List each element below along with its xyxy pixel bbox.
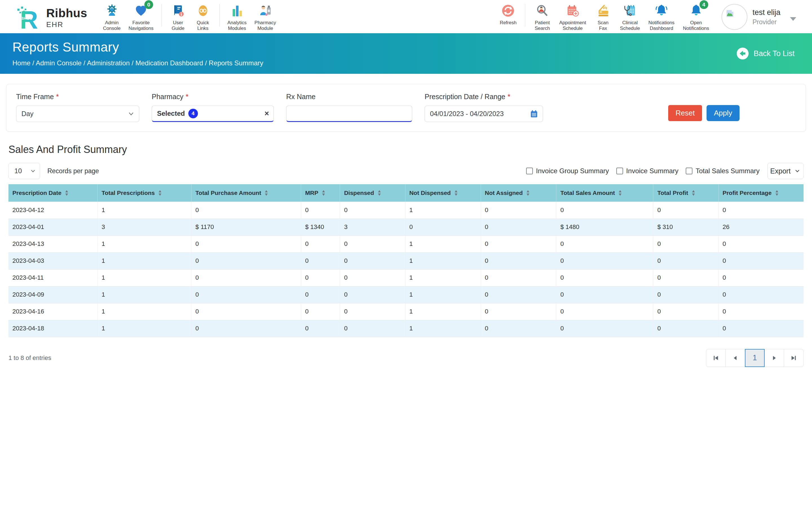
user-menu[interactable]: test elija Provider — [721, 4, 796, 30]
clinical-schedule-icon — [622, 3, 637, 18]
table-cell: 0 — [718, 320, 804, 337]
table-cell: 0 — [556, 320, 653, 337]
column-header-total-purchase-amount[interactable]: Total Purchase Amount — [192, 184, 301, 202]
table-cell: 0 — [481, 202, 556, 219]
nav-appointment-schedule[interactable]: Appointment Schedule — [559, 3, 586, 32]
pharmacy-clear-icon[interactable]: × — [264, 110, 269, 117]
checkbox-total-sales-summary[interactable]: Total Sales Summary — [686, 167, 760, 175]
favorites-count-badge: 0 — [144, 0, 153, 9]
brand-logo[interactable]: R BHUS Ribhus EHR — [16, 4, 87, 32]
nav-quick-links[interactable]: Quick Links — [195, 3, 211, 32]
back-to-list-button[interactable]: Back To List — [736, 47, 795, 60]
time-frame-field: Time Frame* Day — [16, 93, 139, 122]
column-header-dispensed[interactable]: Dispensed — [340, 184, 405, 202]
table-controls: 10 Records per page Invoice Group Summar… — [8, 163, 804, 179]
records-per-page-select[interactable]: 10 — [8, 163, 40, 179]
previous-page-button[interactable] — [725, 349, 745, 367]
chevron-down-icon — [30, 168, 36, 174]
user-menu-caret-icon[interactable] — [790, 17, 796, 21]
sort-icon[interactable] — [775, 190, 779, 196]
top-navigation: R BHUS Ribhus EHR — [0, 0, 812, 33]
nav-open-notifications[interactable]: 4 Open Notifications — [683, 3, 709, 32]
sort-icon[interactable] — [322, 190, 325, 196]
sort-icon[interactable] — [692, 190, 695, 196]
table-cell: 1 — [98, 235, 192, 252]
sort-icon[interactable] — [618, 190, 622, 196]
table-cell: 0 — [301, 303, 340, 320]
table-cell: 0 — [653, 202, 718, 219]
summary-checkboxes: Invoice Group SummaryInvoice SummaryTota… — [526, 167, 760, 175]
table-head: Prescription DateTotal PrescriptionsTota… — [8, 184, 804, 202]
last-page-button[interactable] — [784, 349, 804, 367]
nav-patient-search[interactable]: Patient Search — [534, 3, 551, 32]
time-frame-label: Time Frame* — [16, 93, 139, 101]
sort-icon[interactable] — [377, 190, 381, 196]
table-cell: 0 — [556, 202, 653, 219]
checkbox-input[interactable] — [686, 168, 693, 174]
table-cell: 0 — [718, 286, 804, 303]
table-cell: 0 — [340, 252, 405, 269]
calendar-icon[interactable] — [530, 110, 538, 118]
table-cell: 0 — [653, 320, 718, 337]
table-cell: 0 — [481, 269, 556, 286]
table-cell: 1 — [98, 320, 192, 337]
table-cell: 0 — [340, 235, 405, 252]
column-header-prescription-date[interactable]: Prescription Date — [8, 184, 98, 202]
section-title: Sales And Profit Summary — [8, 144, 812, 156]
checkbox-input[interactable] — [526, 168, 533, 174]
table-cell: 0 — [653, 235, 718, 252]
nav-scan-fax[interactable]: Scan Fax — [595, 3, 612, 32]
sort-icon[interactable] — [264, 190, 268, 196]
apply-button[interactable]: Apply — [707, 105, 740, 121]
table-cell: 1 — [405, 303, 481, 320]
checkbox-label: Total Sales Summary — [696, 167, 760, 175]
checkbox-invoice-summary[interactable]: Invoice Summary — [616, 167, 678, 175]
rx-name-input[interactable] — [292, 106, 407, 121]
column-header-total-sales-amount[interactable]: Total Sales Amount — [556, 184, 653, 202]
table-cell: 0 — [340, 303, 405, 320]
sort-icon[interactable] — [158, 190, 162, 196]
table-cell: 3 — [340, 219, 405, 235]
summary-options: Invoice Group SummaryInvoice SummaryTota… — [526, 163, 804, 179]
table-cell: 1 — [98, 286, 192, 303]
table-cell: 0 — [718, 303, 804, 320]
nav-clinical-schedule[interactable]: Clinical Schedule — [620, 3, 640, 32]
open-notifications-bell-icon: 4 — [689, 3, 703, 18]
table-cell: 1 — [405, 235, 481, 252]
reset-button[interactable]: Reset — [668, 105, 702, 121]
date-range-input[interactable]: 04/01/2023 - 04/20/2023 — [424, 106, 543, 122]
column-header-profit-percentage[interactable]: Profit Percentage — [718, 184, 804, 202]
nav-refresh[interactable]: Refresh — [500, 3, 516, 25]
filter-actions: Reset Apply — [668, 93, 740, 122]
column-header-total-profit[interactable]: Total Profit — [653, 184, 718, 202]
nav-analytics-modules[interactable]: Analytics Modules — [227, 3, 247, 32]
first-page-button[interactable] — [706, 349, 726, 367]
column-header-not-dispensed[interactable]: Not Dispensed — [405, 184, 481, 202]
sort-icon[interactable] — [65, 190, 68, 196]
nav-admin-console[interactable]: Admin Console — [103, 3, 120, 32]
column-header-total-prescriptions[interactable]: Total Prescriptions — [98, 184, 192, 202]
breadcrumb[interactable]: Home / Admin Console / Administration / … — [12, 59, 812, 67]
nav-right-group: Refresh Patient Search — [500, 3, 709, 32]
export-button[interactable]: Export — [767, 163, 804, 179]
nav-notifications-dashboard[interactable]: Notifications Dashboard — [649, 3, 675, 32]
date-range-label: Prescription Date / Range* — [424, 93, 543, 101]
nav-user-guide[interactable]: User Guide — [170, 3, 187, 32]
nav-favorite-navigations[interactable]: 0 Favorite Navigations — [129, 3, 154, 32]
nav-label: Scan Fax — [595, 20, 612, 32]
table-cell: 0 — [653, 303, 718, 320]
pharmacy-select[interactable]: Selected 4 × — [152, 106, 274, 122]
table-cell: 0 — [340, 320, 405, 337]
sort-icon[interactable] — [526, 190, 530, 196]
checkbox-input[interactable] — [616, 168, 623, 174]
next-page-button[interactable] — [764, 349, 784, 367]
column-header-not-assigned[interactable]: Not Assigned — [481, 184, 556, 202]
sort-icon[interactable] — [454, 190, 458, 196]
page-number-button[interactable]: 1 — [745, 349, 765, 367]
nav-pharmacy-module[interactable]: Pharmacy Module — [255, 3, 276, 32]
column-label: Prescription Date — [12, 189, 61, 196]
column-header-mrp[interactable]: MRP — [301, 184, 340, 202]
time-frame-select[interactable]: Day — [16, 106, 139, 122]
checkbox-invoice-group-summary[interactable]: Invoice Group Summary — [526, 167, 609, 175]
table-cell: 0 — [481, 219, 556, 235]
